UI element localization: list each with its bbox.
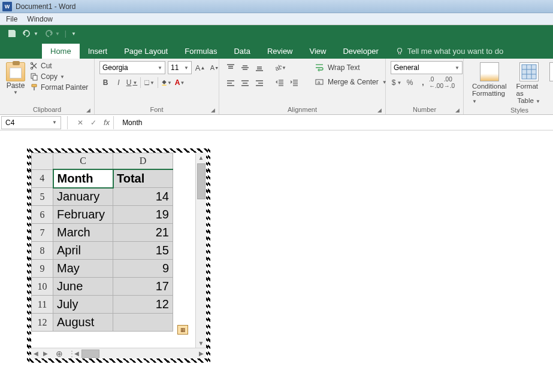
merge-center-button[interactable]: a Merge & Center ▼ bbox=[310, 75, 391, 89]
cell-d4[interactable]: Total bbox=[113, 169, 173, 188]
vertical-scrollbar[interactable]: ▲ ▼ bbox=[195, 153, 206, 348]
scroll-down-icon[interactable]: ▼ bbox=[196, 338, 206, 348]
tab-home[interactable]: Home bbox=[42, 44, 80, 59]
tab-developer[interactable]: Developer bbox=[334, 44, 386, 59]
tell-me-search[interactable]: Tell me what you want to do bbox=[387, 44, 512, 59]
scroll-thumb[interactable] bbox=[197, 163, 206, 199]
increase-indent-icon[interactable] bbox=[288, 77, 301, 90]
enter-formula-icon[interactable]: ✓ bbox=[87, 116, 100, 129]
row-header[interactable]: 4 bbox=[32, 169, 53, 188]
row-header[interactable]: 6 bbox=[32, 206, 53, 224]
cell[interactable]: 17 bbox=[113, 278, 173, 296]
clipboard-launcher[interactable]: ◢ bbox=[86, 107, 90, 113]
alignment-launcher[interactable]: ◢ bbox=[377, 107, 382, 113]
increase-decimal-icon[interactable]: .0←.00 bbox=[430, 77, 442, 89]
underline-button[interactable]: U▼ bbox=[126, 77, 138, 89]
cell[interactable]: January bbox=[53, 188, 113, 206]
halign-left-icon[interactable] bbox=[224, 77, 237, 90]
tab-data[interactable]: Data bbox=[225, 44, 258, 59]
tab-review[interactable]: Review bbox=[259, 44, 301, 59]
formula-input[interactable] bbox=[119, 118, 553, 127]
format-painter-button[interactable]: Format Painter bbox=[29, 83, 89, 92]
row-header[interactable]: 7 bbox=[32, 224, 53, 242]
comma-button[interactable]: , bbox=[417, 77, 429, 89]
save-icon[interactable] bbox=[7, 29, 17, 38]
cell[interactable]: March bbox=[53, 224, 113, 242]
tab-page-layout[interactable]: Page Layout bbox=[116, 44, 176, 59]
paste-button[interactable]: Paste ▼ bbox=[5, 61, 26, 96]
cell[interactable]: August bbox=[53, 314, 113, 332]
select-all-corner[interactable] bbox=[32, 153, 53, 170]
decrease-font-icon[interactable]: A▼ bbox=[208, 62, 220, 74]
tab-scroll-left-icon[interactable]: ◀ bbox=[31, 350, 41, 357]
row-header[interactable]: 5 bbox=[32, 188, 53, 206]
row-header[interactable]: 11 bbox=[32, 296, 53, 314]
valign-top-icon[interactable] bbox=[224, 61, 237, 74]
cell[interactable]: 15 bbox=[113, 242, 173, 260]
currency-button[interactable]: $▼ bbox=[391, 77, 403, 89]
valign-middle-icon[interactable] bbox=[238, 61, 252, 74]
qat-customize[interactable]: ▼ bbox=[71, 31, 76, 37]
cell[interactable]: 12 bbox=[113, 296, 173, 314]
insert-options-icon[interactable]: ▦ bbox=[177, 325, 188, 335]
redo-button[interactable]: ▼ bbox=[43, 29, 60, 38]
tab-view[interactable]: View bbox=[301, 44, 335, 59]
font-color-button[interactable]: A ▼ bbox=[174, 77, 186, 89]
cell[interactable]: July bbox=[53, 296, 113, 314]
number-launcher[interactable]: ◢ bbox=[455, 107, 460, 113]
name-box[interactable]: C4▼ bbox=[1, 116, 61, 129]
row-header[interactable]: 8 bbox=[32, 242, 53, 260]
row-header[interactable]: 9 bbox=[32, 260, 53, 278]
cell[interactable]: February bbox=[53, 206, 113, 224]
format-as-table-button[interactable]: Format as Table ▼ bbox=[513, 61, 545, 105]
percent-button[interactable]: % bbox=[404, 77, 416, 89]
cell[interactable]: 14 bbox=[113, 188, 173, 206]
cell[interactable]: 21 bbox=[113, 224, 173, 242]
halign-right-icon[interactable] bbox=[253, 77, 266, 90]
menu-window[interactable]: Window bbox=[27, 15, 53, 23]
conditional-formatting-button[interactable]: Conditional Formatting ▼ bbox=[469, 61, 510, 105]
decrease-decimal-icon[interactable]: .00→.0 bbox=[443, 77, 455, 89]
worksheet-grid[interactable]: C D 4 Month Total 5January14 6February19… bbox=[31, 153, 173, 332]
bold-button[interactable]: B bbox=[99, 77, 111, 89]
menu-file[interactable]: File bbox=[6, 15, 17, 23]
scroll-left-icon[interactable]: ◀ bbox=[72, 350, 81, 357]
tab-formulas[interactable]: Formulas bbox=[176, 44, 225, 59]
cell[interactable]: April bbox=[53, 242, 113, 260]
cut-button[interactable]: Cut bbox=[29, 61, 89, 71]
font-name-select[interactable]: Georgia▼ bbox=[99, 61, 165, 74]
row-header[interactable]: 12 bbox=[32, 314, 53, 332]
horizontal-scrollbar[interactable]: ◀ ▶ ⊕ ⋮ ◀ ▶ bbox=[31, 348, 206, 358]
number-format-select[interactable]: General▼ bbox=[391, 61, 463, 74]
cell[interactable]: 9 bbox=[113, 260, 173, 278]
row-header[interactable]: 10 bbox=[32, 278, 53, 296]
copy-button[interactable]: Copy ▼ bbox=[29, 72, 89, 81]
tab-insert[interactable]: Insert bbox=[80, 44, 116, 59]
cell[interactable]: May bbox=[53, 260, 113, 278]
decrease-indent-icon[interactable] bbox=[273, 77, 286, 90]
font-launcher[interactable]: ◢ bbox=[211, 107, 215, 113]
column-header-c[interactable]: C bbox=[53, 153, 113, 170]
cell[interactable]: 19 bbox=[113, 206, 173, 224]
cell-styles-button[interactable]: C Sty bbox=[548, 61, 553, 98]
undo-button[interactable]: ▼ bbox=[22, 29, 38, 38]
new-sheet-icon[interactable]: ⊕ bbox=[50, 349, 68, 358]
cell[interactable] bbox=[113, 314, 173, 332]
fx-button[interactable]: fx bbox=[104, 118, 110, 127]
hscroll-thumb[interactable] bbox=[81, 350, 99, 358]
font-size-select[interactable]: 11▼ bbox=[168, 61, 192, 74]
tab-scroll-right-icon[interactable]: ▶ bbox=[41, 350, 50, 357]
embedded-object-frame[interactable]: C D 4 Month Total 5January14 6February19… bbox=[27, 148, 210, 363]
italic-button[interactable]: I bbox=[113, 77, 125, 89]
wrap-text-button[interactable]: Wrap Text bbox=[310, 61, 391, 74]
orientation-button[interactable]: ab▼ bbox=[273, 61, 286, 74]
valign-bottom-icon[interactable] bbox=[253, 61, 266, 74]
scroll-right-icon[interactable]: ▶ bbox=[197, 350, 206, 357]
column-header-d[interactable]: D bbox=[113, 153, 173, 170]
cancel-formula-icon[interactable]: ✕ bbox=[74, 116, 87, 129]
cell[interactable]: June bbox=[53, 278, 113, 296]
fill-color-button[interactable]: ▼ bbox=[161, 77, 173, 89]
halign-center-icon[interactable] bbox=[238, 77, 252, 90]
increase-font-icon[interactable]: A▲ bbox=[194, 62, 206, 74]
border-button[interactable]: ▼ bbox=[143, 77, 155, 89]
